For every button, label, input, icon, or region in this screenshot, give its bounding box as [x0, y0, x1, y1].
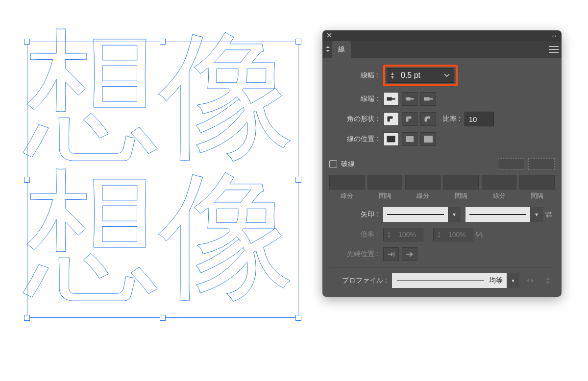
separator	[329, 152, 555, 152]
scale-end-value: 100%	[444, 231, 473, 238]
dash-col-4: 間隔	[443, 191, 479, 200]
arrow-end-dropdown[interactable]: ▾	[530, 207, 543, 222]
dash-cell-1[interactable]	[329, 175, 365, 190]
dashed-label: 破線	[341, 160, 355, 168]
svg-rect-1	[392, 98, 395, 99]
selection-handle-bl[interactable]	[24, 315, 30, 321]
dash-option-aligned[interactable]	[528, 158, 555, 170]
panel-collapse-button[interactable]: ‹‹	[552, 33, 558, 39]
tip-align-extend-button[interactable]	[383, 247, 399, 261]
align-inside-button[interactable]	[402, 132, 417, 146]
selection-handle-tl[interactable]	[24, 39, 30, 45]
stroke-width-dropdown[interactable]	[440, 73, 454, 77]
tab-stroke[interactable]: 線	[332, 41, 351, 58]
corner-bevel-button[interactable]	[420, 112, 436, 126]
corner-miter-button[interactable]	[383, 112, 399, 126]
svg-rect-5	[388, 137, 394, 142]
selection-handle-mr[interactable]	[295, 177, 301, 183]
dash-cell-2[interactable]	[368, 175, 403, 190]
scale-start-value: 100%	[394, 231, 423, 238]
miter-ratio-input[interactable]	[465, 112, 494, 126]
artwork-text-row1[interactable]: 想像	[24, 28, 293, 165]
dash-col-5: 線分	[482, 191, 517, 200]
dash-cell-3[interactable]	[405, 175, 441, 190]
svg-rect-4	[429, 98, 433, 99]
arrow-start-field[interactable]	[383, 207, 448, 222]
tip-align-label: 先端位置 :	[329, 250, 378, 259]
panel-tabbar: 線	[322, 41, 562, 58]
dash-option-exact[interactable]	[498, 158, 524, 170]
panel-close-button[interactable]	[326, 32, 332, 40]
svg-rect-0	[387, 97, 392, 100]
align-outside-button[interactable]	[420, 132, 436, 146]
profile-flip-horizontal-icon[interactable]	[523, 275, 537, 286]
stroke-width-stepper[interactable]	[387, 71, 398, 79]
dash-col-6: 間隔	[519, 191, 555, 200]
svg-rect-2	[410, 98, 414, 99]
miter-ratio-label: 比率 :	[443, 115, 461, 123]
canvas-area[interactable]: 想像 想像	[27, 42, 298, 318]
selection-handle-br[interactable]	[295, 315, 301, 321]
artwork-text-row2[interactable]: 想像	[24, 168, 293, 305]
arrow-end-field[interactable]	[466, 207, 530, 222]
dashed-checkbox[interactable]: 破線	[329, 160, 355, 168]
cap-butt-button[interactable]	[383, 92, 399, 106]
align-label: 線の位置 :	[329, 135, 378, 143]
scale-end-field: 100%	[433, 228, 473, 241]
selection-handle-bc[interactable]	[160, 315, 166, 321]
cap-round-button[interactable]	[402, 92, 417, 106]
corner-label: 角の形状 :	[329, 115, 378, 123]
dash-col-2: 間隔	[368, 191, 403, 200]
panel-toggle-icon[interactable]	[325, 46, 330, 54]
dash-cell-6[interactable]	[519, 175, 555, 190]
stroke-width-input[interactable]	[398, 71, 440, 80]
profile-flip-vertical-icon[interactable]	[541, 275, 555, 286]
selected-object[interactable]: 想像 想像	[27, 42, 298, 318]
cap-label: 線端 :	[329, 95, 378, 103]
selection-handle-tc[interactable]	[160, 39, 166, 45]
dash-col-1: 線分	[329, 191, 365, 200]
dash-col-3: 線分	[405, 191, 441, 200]
profile-name: 均等	[489, 276, 507, 285]
arrow-label: 矢印 :	[329, 210, 378, 219]
stroke-width-highlight	[383, 65, 458, 86]
scale-link-button[interactable]	[473, 229, 485, 240]
panel-menu-button[interactable]	[549, 46, 559, 53]
scale-label: 倍率 :	[329, 230, 378, 239]
selection-handle-ml[interactable]	[24, 177, 30, 183]
svg-rect-9	[425, 137, 431, 141]
tab-stroke-label: 線	[338, 45, 345, 54]
dash-cell-5[interactable]	[482, 175, 517, 190]
cap-projecting-button[interactable]	[420, 92, 436, 106]
profile-label: プロファイル :	[329, 276, 387, 285]
selection-handle-tr[interactable]	[295, 39, 301, 45]
arrow-start-dropdown[interactable]: ▾	[448, 207, 461, 222]
panel-titlebar[interactable]: ‹‹	[322, 30, 562, 41]
stroke-width-label: 線幅 :	[329, 71, 378, 80]
dash-cell-4[interactable]	[443, 175, 479, 190]
stroke-panel: ‹‹ 線 線幅 :	[322, 30, 562, 297]
dash-pattern-inputs	[329, 175, 555, 190]
svg-rect-3	[424, 97, 429, 100]
separator-2	[329, 267, 555, 267]
scale-start-field: 100%	[383, 228, 423, 241]
svg-rect-7	[407, 138, 412, 141]
stroke-width-field[interactable]	[387, 68, 454, 83]
arrow-swap-button[interactable]	[543, 209, 555, 220]
align-center-button[interactable]	[383, 132, 399, 146]
profile-dropdown[interactable]: ▾	[507, 273, 519, 288]
corner-round-button[interactable]	[402, 112, 417, 126]
tip-align-end-button[interactable]	[402, 247, 417, 261]
profile-field[interactable]: 均等	[392, 273, 507, 288]
